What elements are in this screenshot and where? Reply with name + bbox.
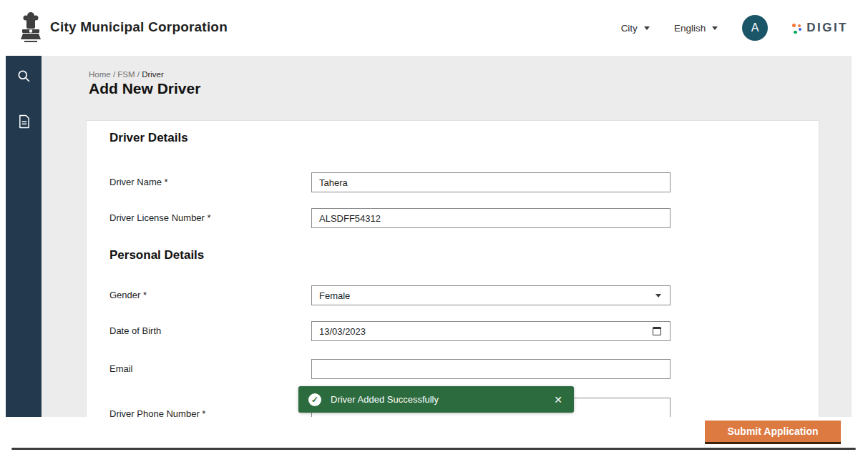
sidebar-search-button[interactable] xyxy=(13,65,34,87)
submit-application-button[interactable]: Submit Application xyxy=(705,421,841,444)
breadcrumb-current: Driver xyxy=(142,70,164,79)
gender-label: Gender * xyxy=(109,290,147,300)
breadcrumb-separator: / xyxy=(135,70,142,79)
left-sidebar xyxy=(6,56,42,417)
section-title-driver-details: Driver Details xyxy=(109,131,188,145)
breadcrumb: Home / FSM / Driver xyxy=(89,70,164,79)
chevron-down-icon xyxy=(655,294,661,298)
dob-date-input[interactable]: 13/03/2023 xyxy=(311,321,670,341)
org-title: City Municipal Corporation xyxy=(50,19,228,35)
digit-wordmark: DIGIT xyxy=(806,21,848,35)
section-title-personal-details: Personal Details xyxy=(109,248,204,262)
top-header: City Municipal Corporation City English … xyxy=(0,0,868,56)
toast-message: Driver Added Successfully xyxy=(331,394,552,405)
license-number-input[interactable] xyxy=(311,208,670,228)
city-dropdown[interactable]: City xyxy=(621,23,650,34)
breadcrumb-separator: / xyxy=(111,70,118,79)
email-label: Email xyxy=(109,363,133,374)
digit-logo: DIGIT xyxy=(792,21,848,35)
app-window: City Municipal Corporation City English … xyxy=(0,0,868,457)
city-dropdown-label: City xyxy=(621,23,638,34)
language-dropdown-label: English xyxy=(674,23,706,34)
breadcrumb-home[interactable]: Home xyxy=(89,70,111,79)
digit-logo-mark xyxy=(792,22,803,34)
driver-name-label: Driver Name * xyxy=(109,177,168,187)
document-icon xyxy=(18,114,30,129)
search-icon xyxy=(16,69,31,84)
success-toast: ✓ Driver Added Successfully ✕ xyxy=(298,386,574,413)
national-emblem-icon xyxy=(20,9,42,45)
language-dropdown[interactable]: English xyxy=(674,23,718,34)
phone-label: Driver Phone Number * xyxy=(109,408,205,417)
breadcrumb-fsm[interactable]: FSM xyxy=(117,70,135,79)
page-title: Add New Driver xyxy=(89,80,200,97)
email-input[interactable] xyxy=(311,359,670,379)
gender-select[interactable]: Female xyxy=(311,285,670,305)
chevron-down-icon xyxy=(644,26,650,30)
gender-selected-value: Female xyxy=(319,290,350,301)
check-circle-icon: ✓ xyxy=(308,393,321,406)
main-content: Home / FSM / Driver Add New Driver Drive… xyxy=(42,56,852,417)
header-controls: City English A DIGIT xyxy=(621,0,848,56)
chevron-down-icon xyxy=(712,26,718,30)
user-avatar[interactable]: A xyxy=(742,15,768,41)
driver-form-card: Driver Details Driver Name * Driver Lice… xyxy=(86,120,819,417)
window-bottom-edge xyxy=(11,448,856,450)
toast-close-icon[interactable]: ✕ xyxy=(552,394,564,406)
sidebar-document-button[interactable] xyxy=(13,111,34,132)
calendar-icon xyxy=(653,327,661,335)
driver-name-input[interactable] xyxy=(311,172,670,192)
dob-value: 13/03/2023 xyxy=(319,326,366,337)
license-number-label: Driver License Number * xyxy=(109,212,211,223)
dob-label: Date of Birth xyxy=(109,325,161,336)
